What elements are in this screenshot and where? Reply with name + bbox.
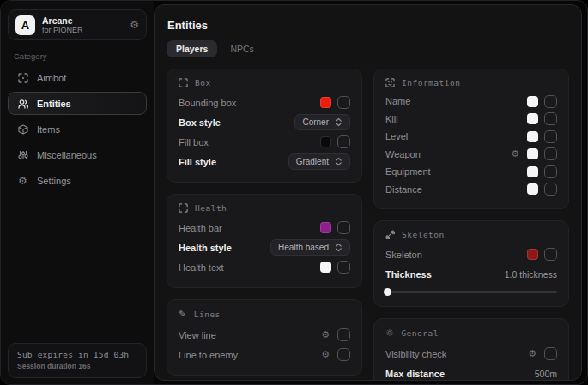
app-title: Arcane — [42, 15, 123, 26]
sidebar-nav: Aimbot Entities Items Miscellaneous ⚙ Se… — [8, 66, 147, 192]
setting-row: Weapon ⚙ — [385, 146, 557, 164]
setting-row: Box style Corner — [179, 112, 350, 132]
setting-row: Level — [385, 128, 557, 146]
sun-icon: ☼ — [385, 328, 394, 339]
subscription-card: Sub expires in 15d 03h Session duration … — [8, 343, 147, 378]
max-distance-value: 500m — [535, 369, 557, 379]
app-window: A Arcane for PIONER ⚙ Category Aimbot En… — [0, 0, 588, 385]
gear-icon[interactable]: ⚙ — [511, 148, 519, 159]
color-swatch[interactable] — [527, 166, 538, 177]
card-general: ☼ General Visibility check ⚙ Max distanc… — [373, 318, 569, 381]
tab-players[interactable]: Players — [167, 40, 217, 57]
card-lines: ✎ Lines View line ⚙ Line to enemy ⚙ — [167, 299, 362, 376]
health-text-checkbox[interactable] — [337, 261, 350, 274]
page-title: Entities — [167, 19, 569, 32]
equipment-checkbox[interactable] — [544, 165, 557, 178]
setting-row: Fill style Gradient — [179, 152, 350, 171]
thickness-value: 1.0 thickness — [505, 269, 557, 280]
crosshair-icon — [17, 73, 28, 83]
cube-icon — [17, 124, 28, 135]
card-header-label: General — [401, 328, 439, 338]
setting-row: Fill box — [179, 132, 350, 152]
sidebar-item-items[interactable]: Items — [8, 117, 147, 141]
sidebar-item-settings[interactable]: ⚙ Settings — [8, 169, 147, 192]
visibility-check-checkbox[interactable] — [544, 347, 557, 360]
app-logo: A — [15, 15, 35, 35]
health-bar-checkbox[interactable] — [337, 221, 350, 234]
chevron-expand-icon — [335, 117, 342, 127]
setting-row: Health bar — [179, 218, 350, 238]
setting-row: Visibility check ⚙ — [385, 344, 557, 364]
gear-icon[interactable]: ⚙ — [130, 19, 139, 31]
color-swatch[interactable] — [320, 136, 331, 147]
setting-row: Distance — [385, 181, 557, 199]
sidebar: A Arcane for PIONER ⚙ Category Aimbot En… — [1, 1, 154, 384]
bounding-box-checkbox[interactable] — [337, 96, 350, 109]
color-swatch[interactable] — [527, 183, 538, 195]
color-swatch[interactable] — [320, 222, 331, 233]
main-panel: Entities Players NPCs Box Bounding box — [154, 4, 582, 381]
gear-icon[interactable]: ⚙ — [528, 348, 536, 359]
card-header-label: Skeleton — [402, 230, 445, 239]
brand-card: A Arcane for PIONER ⚙ — [8, 9, 147, 40]
box-corners-icon — [179, 78, 188, 87]
color-swatch[interactable] — [527, 148, 538, 159]
card-skeleton: Skeleton Skeleton Thickness 1.0 thicknes… — [373, 220, 569, 307]
line-to-enemy-checkbox[interactable] — [337, 348, 350, 361]
scan-face-icon — [385, 78, 395, 87]
gear-icon: ⚙ — [17, 175, 28, 187]
gear-icon[interactable]: ⚙ — [321, 349, 330, 360]
distance-checkbox[interactable] — [544, 183, 557, 196]
setting-row: Health style Health based — [179, 238, 350, 257]
setting-row: Line to enemy ⚙ — [179, 345, 350, 364]
color-swatch[interactable] — [320, 262, 331, 273]
card-header-label: Lines — [194, 310, 221, 319]
color-swatch[interactable] — [527, 249, 538, 260]
fill-box-checkbox[interactable] — [337, 135, 350, 148]
bone-icon — [385, 230, 395, 239]
setting-row: Bounding box — [179, 93, 350, 112]
tab-npcs[interactable]: NPCs — [221, 40, 263, 57]
card-header-label: Information — [402, 78, 460, 87]
health-style-dropdown[interactable]: Health based — [270, 239, 350, 256]
sidebar-item-label: Items — [37, 124, 60, 135]
setting-row: Health text — [179, 257, 350, 277]
sidebar-item-label: Entities — [37, 99, 71, 109]
chevron-expand-icon — [335, 243, 342, 252]
view-line-checkbox[interactable] — [337, 328, 350, 341]
card-health: Health Health bar Health style Health ba… — [167, 194, 362, 288]
slider-thumb[interactable] — [384, 288, 391, 296]
color-swatch[interactable] — [527, 131, 538, 142]
users-icon — [17, 99, 28, 109]
sidebar-item-miscellaneous[interactable]: Miscellaneous — [8, 143, 147, 166]
gear-icon[interactable]: ⚙ — [321, 329, 330, 340]
sidebar-item-entities[interactable]: Entities — [8, 92, 147, 115]
setting-row: View line ⚙ — [179, 325, 350, 345]
card-header-label: Health — [195, 203, 227, 213]
color-swatch[interactable] — [527, 113, 538, 124]
setting-row: Kill — [385, 111, 557, 129]
color-swatch[interactable] — [320, 97, 331, 108]
content-grid: Box Bounding box Box style Corner — [167, 69, 569, 381]
kill-checkbox[interactable] — [544, 112, 557, 125]
level-checkbox[interactable] — [544, 130, 557, 143]
name-checkbox[interactable] — [544, 95, 557, 108]
sidebar-item-label: Aimbot — [37, 73, 66, 83]
sidebar-item-label: Settings — [37, 176, 71, 186]
thickness-slider[interactable] — [385, 287, 557, 296]
setting-row: Max distance 500m — [385, 364, 557, 381]
sub-expiry-text: Sub expires in 15d 03h — [17, 350, 137, 359]
setting-row: Equipment — [385, 163, 557, 181]
sidebar-item-label: Miscellaneous — [37, 150, 97, 160]
app-subtitle: for PIONER — [42, 26, 123, 34]
skeleton-checkbox[interactable] — [544, 248, 557, 261]
card-information: Information Name Kill Level — [373, 69, 569, 209]
fill-style-dropdown[interactable]: Gradient — [288, 153, 350, 170]
card-header-label: Box — [195, 78, 211, 87]
sidebar-item-aimbot[interactable]: Aimbot — [8, 66, 147, 89]
setting-row: Skeleton — [385, 244, 557, 264]
weapon-checkbox[interactable] — [544, 147, 557, 160]
color-swatch[interactable] — [527, 96, 538, 107]
box-style-dropdown[interactable]: Corner — [294, 114, 350, 130]
setting-row: Thickness 1.0 thickness — [385, 265, 557, 284]
